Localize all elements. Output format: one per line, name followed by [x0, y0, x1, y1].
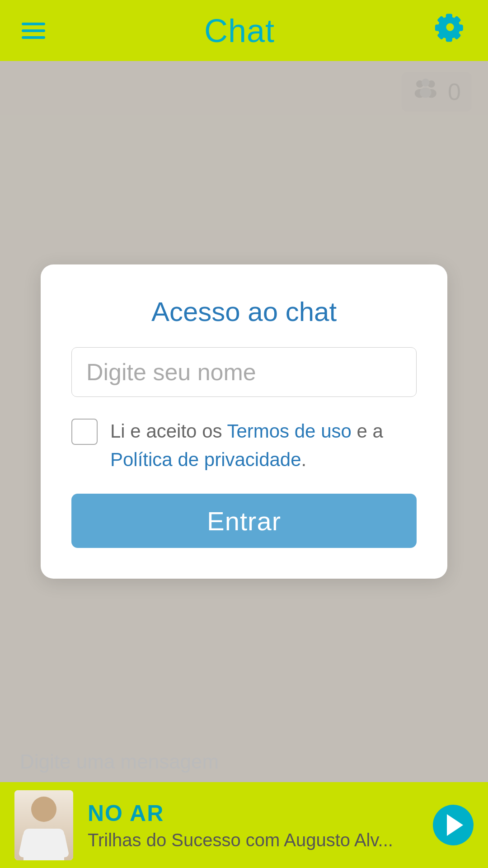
terms-checkbox[interactable]	[71, 419, 98, 445]
terms-link-privacidade[interactable]: Política de privacidade	[110, 449, 301, 470]
avatar-figure	[14, 790, 73, 860]
page-title: Chat	[204, 12, 275, 49]
terms-suffix: .	[301, 449, 307, 470]
message-input-placeholder: Digite uma mensagem	[13, 750, 226, 773]
message-input-area: Digite uma mensagem	[0, 741, 488, 782]
terms-text: Li e aceito os Termos de uso e a Polític…	[110, 417, 417, 474]
bottom-bar: NO AR Trilhas do Sucesso com Augusto Alv…	[0, 782, 488, 868]
app-header: Chat	[0, 0, 488, 61]
play-icon	[447, 814, 463, 836]
terms-row: Li e aceito os Termos de uso e a Polític…	[71, 417, 417, 474]
modal-title: Acesso ao chat	[71, 296, 417, 327]
play-button[interactable]	[433, 805, 474, 845]
chat-area: 0 Acesso ao chat Li e aceito os Termos d…	[0, 61, 488, 782]
avatar-body	[23, 829, 64, 860]
name-input[interactable]	[71, 347, 417, 397]
bottom-info: NO AR Trilhas do Sucesso com Augusto Alv…	[88, 800, 418, 850]
show-title: Trilhas do Sucesso com Augusto Alv...	[88, 830, 418, 850]
live-label: NO AR	[88, 800, 418, 826]
login-modal: Acesso ao chat Li e aceito os Termos de …	[41, 264, 447, 579]
avatar-head	[31, 797, 56, 822]
menu-button[interactable]	[22, 23, 45, 39]
terms-link-uso[interactable]: Termos de uso	[227, 420, 351, 442]
settings-button[interactable]	[434, 11, 466, 51]
terms-middle: e a	[352, 420, 383, 442]
enter-button[interactable]: Entrar	[71, 494, 417, 548]
modal-overlay: Acesso ao chat Li e aceito os Termos de …	[0, 61, 488, 782]
avatar	[14, 790, 73, 860]
terms-prefix: Li e aceito os	[110, 420, 227, 442]
